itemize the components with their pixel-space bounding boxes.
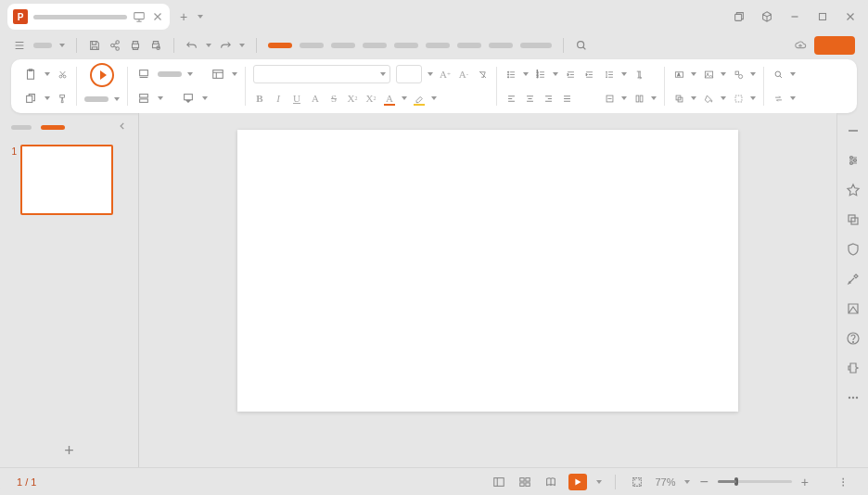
upgrade-button[interactable]: [814, 36, 855, 55]
new-slide-icon[interactable]: [135, 66, 152, 82]
reading-view-icon[interactable]: [542, 474, 559, 490]
picture-icon[interactable]: [702, 68, 715, 81]
decrease-font-icon[interactable]: A-: [457, 68, 470, 81]
feedback-icon[interactable]: [845, 360, 862, 376]
print-preview-icon[interactable]: [149, 39, 162, 52]
font-family-select[interactable]: [253, 65, 390, 83]
align-center-icon[interactable]: [523, 92, 536, 105]
security-icon[interactable]: [845, 241, 862, 258]
slideshow-play-icon[interactable]: [90, 63, 114, 87]
slideshow-view-dropdown[interactable]: [596, 480, 602, 484]
find-dropdown[interactable]: [790, 72, 796, 76]
shapes-icon[interactable]: [732, 68, 745, 81]
expand-icon[interactable]: ⁝: [835, 474, 851, 490]
reset-icon[interactable]: [180, 90, 197, 107]
bullets-dropdown[interactable]: [523, 72, 529, 76]
slideshow-dropdown[interactable]: [114, 97, 120, 101]
outline-dropdown[interactable]: [750, 96, 756, 100]
font-variant-button[interactable]: A: [309, 92, 322, 105]
increase-font-icon[interactable]: A+: [439, 68, 452, 81]
template-icon[interactable]: [845, 300, 862, 317]
fill-dropdown[interactable]: [721, 96, 726, 100]
format-painter-icon[interactable]: [56, 92, 69, 105]
cube-icon[interactable]: [757, 6, 777, 27]
text-box-icon[interactable]: A: [672, 68, 685, 81]
copy-icon[interactable]: [22, 90, 39, 107]
clear-format-icon[interactable]: [476, 68, 489, 81]
slideshow-view-icon[interactable]: [568, 474, 587, 490]
font-size-dropdown[interactable]: [428, 72, 433, 76]
arrange-icon[interactable]: [672, 92, 685, 105]
sorter-view-icon[interactable]: [517, 474, 533, 490]
underline-button[interactable]: U: [290, 92, 303, 105]
line-spacing-icon[interactable]: [603, 68, 616, 81]
properties-icon[interactable]: [845, 152, 862, 169]
layout-dropdown[interactable]: [232, 72, 237, 76]
text-direction-icon[interactable]: [632, 68, 645, 81]
font-color-dropdown[interactable]: [402, 96, 407, 100]
section-icon[interactable]: [135, 90, 152, 107]
search-icon[interactable]: [575, 39, 588, 52]
replace-dropdown[interactable]: [790, 96, 796, 100]
present-icon[interactable]: [133, 10, 146, 23]
menu-button[interactable]: [13, 39, 26, 52]
redo-dropdown[interactable]: [239, 44, 245, 47]
highlight-dropdown[interactable]: [431, 96, 437, 100]
decrease-indent-icon[interactable]: [564, 68, 577, 81]
new-tab-button[interactable]: +: [177, 10, 190, 23]
undo-icon[interactable]: [185, 39, 198, 52]
align-justify-icon[interactable]: [560, 92, 573, 105]
align-right-icon[interactable]: [542, 92, 555, 105]
slide-canvas[interactable]: [237, 130, 738, 412]
outline-tab[interactable]: [11, 125, 32, 130]
zoom-value[interactable]: 77%: [655, 476, 675, 488]
ribbon-tab-home[interactable]: [268, 43, 292, 48]
new-tab-dropdown[interactable]: [198, 15, 203, 19]
redo-icon[interactable]: [219, 39, 232, 52]
columns-icon[interactable]: [632, 92, 645, 105]
menu-dropdown[interactable]: [59, 44, 65, 47]
save-icon[interactable]: [88, 39, 101, 52]
arrange-dropdown[interactable]: [691, 96, 696, 100]
slide-thumbnail[interactable]: 1: [7, 145, 131, 215]
ribbon-tab-3[interactable]: [331, 43, 355, 48]
ribbon-tab-6[interactable]: [426, 43, 450, 48]
new-slide-dropdown[interactable]: [187, 72, 193, 76]
copy-dropdown[interactable]: [45, 96, 50, 100]
add-slide-button[interactable]: +: [0, 434, 138, 467]
object-icon[interactable]: [845, 211, 862, 228]
strike-button[interactable]: S: [327, 92, 340, 105]
align-vertical-icon[interactable]: [603, 92, 616, 105]
text-box-dropdown[interactable]: [691, 72, 696, 76]
paste-icon[interactable]: [22, 66, 39, 82]
document-tab[interactable]: P: [7, 4, 170, 30]
fill-icon[interactable]: [702, 92, 715, 105]
normal-view-icon[interactable]: [491, 474, 507, 490]
collapse-panel-icon[interactable]: [118, 121, 127, 133]
ribbon-tab-5[interactable]: [394, 43, 418, 48]
zoom-in-button[interactable]: +: [801, 475, 809, 489]
bold-button[interactable]: B: [253, 92, 266, 105]
slides-tab[interactable]: [41, 125, 65, 130]
section-dropdown[interactable]: [158, 96, 163, 100]
highlight-button[interactable]: [413, 92, 426, 105]
layout-icon[interactable]: [210, 66, 226, 82]
reset-dropdown[interactable]: [202, 96, 208, 100]
numbering-icon[interactable]: 123: [534, 68, 547, 81]
star-icon[interactable]: [845, 182, 862, 198]
print-icon[interactable]: [129, 39, 142, 52]
zoom-dropdown[interactable]: [684, 480, 690, 484]
slide-thumb-image[interactable]: [20, 145, 113, 215]
fit-icon[interactable]: [629, 474, 645, 490]
window-copy-icon[interactable]: [729, 6, 749, 27]
columns-dropdown[interactable]: [651, 96, 657, 100]
help-icon[interactable]: [845, 330, 862, 347]
minimize-icon[interactable]: [785, 6, 805, 27]
zoom-out-button[interactable]: −: [699, 474, 708, 490]
subscript-button[interactable]: X2: [364, 92, 377, 105]
ribbon-tab-4[interactable]: [363, 43, 387, 48]
align-vertical-dropdown[interactable]: [621, 96, 627, 100]
slide-canvas-area[interactable]: [139, 113, 836, 467]
cut-icon[interactable]: [56, 68, 69, 81]
numbering-dropdown[interactable]: [553, 72, 558, 76]
